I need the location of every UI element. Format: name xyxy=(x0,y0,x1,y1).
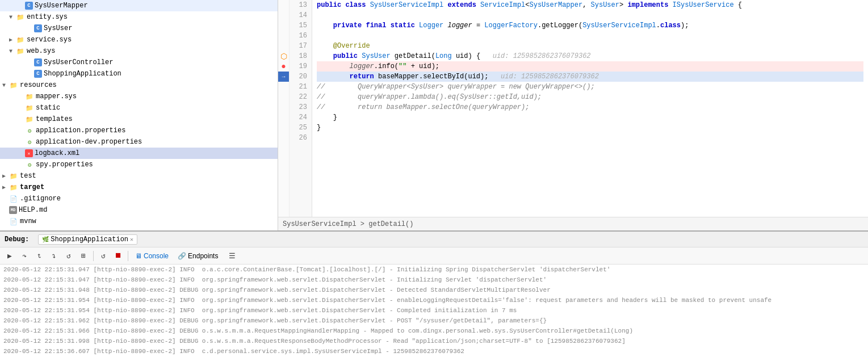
folder-web-icon: 📁 xyxy=(16,47,25,56)
folder-entity-icon: 📁 xyxy=(16,12,25,22)
tree-item-static[interactable]: 📁 static xyxy=(0,102,278,114)
ln-21: 21 xyxy=(294,82,307,92)
code-line-13: public class SysUserServiceImpl extends … xyxy=(317,0,863,10)
folder-service-icon: 📁 xyxy=(16,35,25,44)
dev-properties-icon: ⚙ xyxy=(25,137,34,146)
gutter-25 xyxy=(278,123,289,133)
tree-item-templates[interactable]: 📁 templates xyxy=(0,114,278,125)
properties-icon: ⚙ xyxy=(25,126,34,135)
tree-item-service-sys[interactable]: ▶ 📁 service.sys xyxy=(0,34,278,45)
debug-app-name[interactable]: 🌿 ShoppingApplication ✕ xyxy=(38,234,137,245)
java-file-icon: C xyxy=(25,2,33,10)
ln-24: 24 xyxy=(294,112,307,123)
folder-resources-icon: 📁 xyxy=(9,81,18,90)
log-line-7: 2020-05-12 22:15:31.966 [http-nio-8890-e… xyxy=(0,326,868,336)
code-line-23: // return baseMapper.selectOne(queryWrap… xyxy=(317,102,863,112)
ln-16: 16 xyxy=(294,31,307,41)
tree-item-sysuser[interactable]: C SysUser xyxy=(0,23,278,34)
gutter-17 xyxy=(278,41,289,51)
file-tree: C SysUserMapper ▼ 📁 entity.sys C SysUser… xyxy=(0,0,278,230)
code-line-26 xyxy=(317,133,863,143)
tree-item-resources[interactable]: ▼ 📁 resources xyxy=(0,79,278,91)
tree-item-app-dev-props[interactable]: ⚙ application-dev.properties xyxy=(0,136,278,148)
ln-14: 14 xyxy=(294,10,307,20)
log-line-2: 2020-05-12 22:15:31.947 [http-nio-8890-e… xyxy=(0,275,868,285)
tree-item-target[interactable]: ▶ 📁 target xyxy=(0,182,278,193)
gutter-20: → xyxy=(278,72,289,82)
debug-toolbar: ▶ ↷ ↩ ↩ ↺ ⊞ ↺ ⏹ 🖥 Console 🔗 Endpoints ☰ xyxy=(0,247,868,265)
gutter-23 xyxy=(278,102,289,112)
gutter-16 xyxy=(278,31,289,41)
folder-target-icon: 📁 xyxy=(9,183,18,192)
ln-20: 20 xyxy=(294,72,307,82)
code-line-19: logger.info("" + uid); xyxy=(317,61,863,72)
step-into-button[interactable]: ↩ xyxy=(33,250,45,262)
tree-item-logback-xml[interactable]: ✕ logback.xml xyxy=(0,148,278,159)
gutter-22 xyxy=(278,92,289,102)
java-controller-icon: C xyxy=(34,58,42,66)
line-numbers: 13 14 15 16 17 18 19 20 21 22 23 24 25 2… xyxy=(290,0,312,217)
log-line-4: 2020-05-12 22:15:31.954 [http-nio-8890-e… xyxy=(0,295,868,305)
step-out-button[interactable]: ↩ xyxy=(48,250,60,262)
folder-static-icon: 📁 xyxy=(25,103,34,112)
tree-item-spy-props[interactable]: ⚙ spy.properties xyxy=(0,159,278,170)
folder-mapper-icon: 📁 xyxy=(25,92,34,101)
log-line-8: 2020-05-12 22:15:31.998 [http-nio-8890-e… xyxy=(0,336,868,346)
ln-25: 25 xyxy=(294,123,307,133)
debug-settings-icon[interactable]: ☰ xyxy=(226,250,238,262)
debug-log-content: 2020-05-12 22:15:31.947 [http-nio-8890-e… xyxy=(0,265,868,361)
close-tab-icon: ✕ xyxy=(130,236,133,243)
code-line-22: // queryWrapper.lambda().eq(SysUser::get… xyxy=(317,92,863,102)
ln-15: 15 xyxy=(294,20,307,31)
gutter-21 xyxy=(278,82,289,92)
code-content: public class SysUserServiceImpl extends … xyxy=(312,0,868,217)
tree-item-entity-sys[interactable]: ▼ 📁 entity.sys xyxy=(0,11,278,23)
ln-26: 26 xyxy=(294,133,307,143)
ln-23: 23 xyxy=(294,102,307,112)
code-line-17: @Override xyxy=(317,41,863,51)
tree-item-test[interactable]: ▶ 📁 test xyxy=(0,170,278,182)
tree-item-mvnw[interactable]: 📄 mvnw xyxy=(0,216,278,227)
log-line-3: 2020-05-12 22:15:31.948 [http-nio-8890-e… xyxy=(0,285,868,295)
code-line-14 xyxy=(317,10,863,20)
mvnw-icon: 📄 xyxy=(9,217,18,226)
rerun-button[interactable]: ↺ xyxy=(97,250,110,262)
debug-panel: Debug: 🌿 ShoppingApplication ✕ ▶ ↷ ↩ ↩ ↺… xyxy=(0,230,868,361)
tree-item-help-md[interactable]: MD HELP.md xyxy=(0,204,278,216)
step-over-button[interactable]: ↷ xyxy=(18,250,31,262)
console-tab-button[interactable]: 🖥 Console xyxy=(132,251,172,261)
code-editor: ⬡ ● → 13 14 15 16 17 18 19 20 21 xyxy=(278,0,868,230)
endpoints-tab-button[interactable]: 🔗 Endpoints xyxy=(174,251,221,261)
debug-header: Debug: 🌿 ShoppingApplication ✕ xyxy=(0,232,868,247)
gutter-13 xyxy=(278,0,289,10)
resume-button[interactable]: ▶ xyxy=(3,250,16,262)
code-line-24: } xyxy=(317,112,863,123)
log-line-6: 2020-05-12 22:15:31.962 [http-nio-8890-e… xyxy=(0,316,868,326)
tree-item-gitignore[interactable]: 📄 .gitignore xyxy=(0,193,278,204)
endpoints-icon: 🔗 xyxy=(178,252,186,260)
gitignore-icon: 📄 xyxy=(9,194,18,203)
tree-item-app-props[interactable]: ⚙ application.properties xyxy=(0,125,278,136)
tree-item-sysusercontroller[interactable]: C SysUserController xyxy=(0,57,278,68)
tree-item-shoppingapp[interactable]: C ShoppingApplication xyxy=(0,68,278,79)
toolbar-divider xyxy=(93,251,94,261)
code-line-20: return baseMapper.selectById(uid); uid: … xyxy=(317,72,863,82)
ln-13: 13 xyxy=(294,0,307,10)
code-line-16 xyxy=(317,31,863,41)
chevron-resources-icon: ▼ xyxy=(2,82,8,89)
breadcrumb: SysUserServiceImpl > getDetail() xyxy=(278,217,868,230)
ln-18: 18 xyxy=(294,51,307,61)
toolbar-divider2 xyxy=(128,251,128,261)
code-area[interactable]: ⬡ ● → 13 14 15 16 17 18 19 20 21 xyxy=(278,0,868,217)
code-line-18: public SysUser getDetail(Long uid) { uid… xyxy=(317,51,863,61)
tree-item-sysusermapper[interactable]: C SysUserMapper xyxy=(0,0,278,11)
chevron-web-icon: ▼ xyxy=(9,48,15,54)
stop-button[interactable]: ⏹ xyxy=(112,250,124,262)
tree-item-web-sys[interactable]: ▼ 📁 web.sys xyxy=(0,45,278,57)
chevron-test-icon: ▶ xyxy=(2,173,8,179)
gutter-18: ⬡ xyxy=(278,51,289,61)
evaluate-button[interactable]: ⊞ xyxy=(77,250,90,262)
gutter-strip: ⬡ ● → xyxy=(278,0,290,217)
run-to-cursor-button[interactable]: ↺ xyxy=(62,250,75,262)
tree-item-mapper-sys[interactable]: 📁 mapper.sys xyxy=(0,91,278,102)
